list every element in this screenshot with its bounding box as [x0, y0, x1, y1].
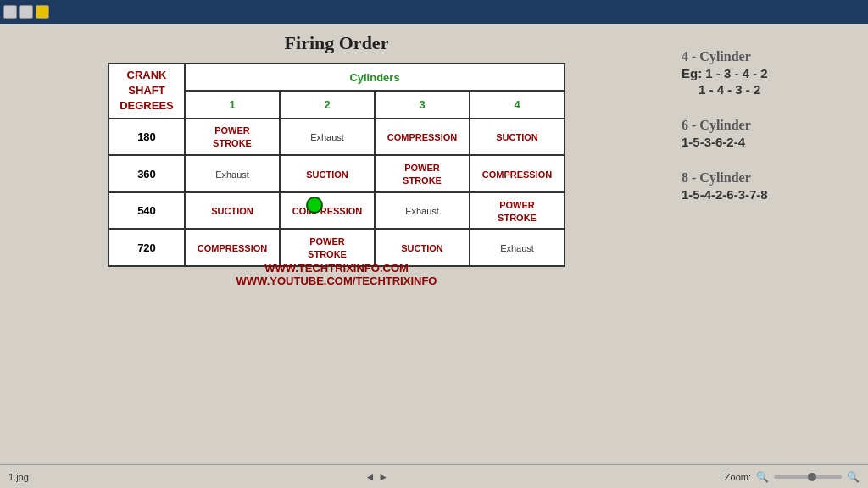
- page-title: Firing Order: [285, 32, 389, 54]
- zoom-in-icon[interactable]: 🔍: [847, 471, 860, 483]
- 8-cylinder-group: 8 - Cylinder 1-5-4-2-6-3-7-8: [682, 170, 851, 202]
- grid-icon: [3, 5, 17, 19]
- 6-cylinder-order: 1-5-3-6-2-4: [682, 135, 851, 149]
- cell-180-2: Exhaust: [280, 119, 375, 156]
- cell-540-3: Exhaust: [375, 192, 470, 230]
- col-3: 3: [375, 91, 470, 118]
- table-row: 180 PowerStroke Exhaust Compression Suct…: [108, 119, 565, 156]
- 4-cylinder-order-1: Eg: 1 - 3 - 4 - 2: [682, 66, 851, 80]
- list-icon: [19, 5, 33, 19]
- zoom-slider[interactable]: [774, 475, 842, 479]
- degree-360: 360: [108, 155, 185, 192]
- 8-cylinder-order: 1-5-4-2-6-3-7-8: [682, 187, 851, 202]
- filename: 1.jpg: [8, 472, 29, 482]
- cell-360-2: Suction: [280, 155, 375, 192]
- 6-cylinder-group: 6 - Cylinder 1-5-3-6-2-4: [682, 118, 851, 149]
- zoom-slider-thumb: [808, 473, 816, 481]
- cell-540-1: Suction: [185, 192, 280, 230]
- center-panel: Firing Order CRANK SHAFT DEGREES Cylinde…: [17, 32, 656, 287]
- degree-540: 540: [108, 192, 185, 230]
- website-1: WWW.TECHTRIXINFO.COM: [236, 262, 437, 274]
- degree-720: 720: [108, 229, 185, 266]
- cell-180-1: PowerStroke: [185, 119, 280, 156]
- cell-540-2: Compression: [280, 192, 375, 230]
- cell-540-4: PowerStroke: [470, 192, 565, 230]
- 4-cylinder-order-2: 1 - 4 - 3 - 2: [698, 82, 851, 97]
- cell-180-4: Suction: [470, 119, 565, 156]
- star-icon: [36, 5, 49, 19]
- zoom-area: Zoom: 🔍 🔍: [725, 471, 860, 483]
- nav-arrows[interactable]: ◄ ►: [364, 471, 388, 483]
- top-bar: [0, 0, 868, 24]
- main-content: Firing Order CRANK SHAFT DEGREES Cylinde…: [0, 24, 868, 464]
- right-panel: 4 - Cylinder Eg: 1 - 3 - 4 - 2 1 - 4 - 3…: [682, 32, 851, 206]
- cell-360-3: PowerStroke: [375, 155, 470, 192]
- table-row: 360 Exhaust Suction PowerStroke Compress…: [108, 155, 565, 192]
- firing-table: CRANK SHAFT DEGREES Cylinders 1 2 3 4 18…: [108, 63, 565, 255]
- col-1: 1: [185, 91, 280, 118]
- 8-cylinder-title: 8 - Cylinder: [682, 170, 851, 186]
- col-4: 4: [470, 91, 565, 118]
- websites: WWW.TECHTRIXINFO.COM WWW.YOUTUBE.COM/TEC…: [236, 262, 437, 287]
- nav-prev[interactable]: ◄: [364, 471, 375, 483]
- website-2: WWW.YOUTUBE.COM/TECHTRIXINFO: [236, 274, 437, 287]
- bottom-bar: 1.jpg ◄ ► Zoom: 🔍 🔍: [0, 464, 868, 488]
- 4-cylinder-title: 4 - Cylinder: [682, 49, 851, 64]
- 6-cylinder-title: 6 - Cylinder: [682, 118, 851, 133]
- col-2: 2: [280, 91, 375, 118]
- table-row: 540 Suction Compression Exhaust PowerStr…: [108, 192, 565, 230]
- cell-360-1: Exhaust: [185, 155, 280, 192]
- cell-360-4: Compression: [470, 155, 565, 192]
- zoom-out-icon[interactable]: 🔍: [756, 471, 769, 483]
- cylinders-header: Cylinders: [185, 64, 565, 91]
- nav-next[interactable]: ►: [378, 471, 388, 483]
- 4-cylinder-group: 4 - Cylinder Eg: 1 - 3 - 4 - 2 1 - 4 - 3…: [682, 49, 851, 97]
- cell-720-4: Exhaust: [470, 229, 565, 266]
- crankshaft-header: CRANK SHAFT DEGREES: [108, 64, 185, 119]
- cell-180-3: Compression: [375, 119, 470, 156]
- degree-180: 180: [108, 119, 185, 156]
- zoom-label: Zoom:: [725, 472, 751, 482]
